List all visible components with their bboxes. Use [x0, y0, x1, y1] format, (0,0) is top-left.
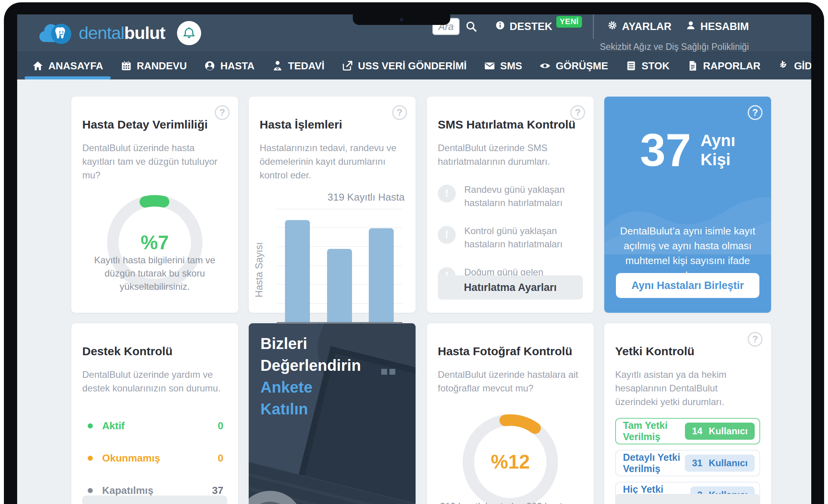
yeni-badge: YENİ — [556, 16, 582, 28]
orange-dot-icon — [88, 456, 93, 461]
ayni-hastalari-birlestir-button[interactable]: Aynı Hastaları Birleştir — [616, 273, 759, 298]
status-row-kapatilmis: Kapatılmış 37 — [88, 485, 223, 497]
destek-link[interactable]: DESTEK YENİ — [495, 20, 582, 33]
y-axis-label: Hasta Sayısı — [253, 231, 265, 308]
card-description: DentalBulut üzerinde yardım ve destek ko… — [82, 368, 227, 395]
nav-gorusme[interactable]: GÖRÜŞME — [531, 52, 616, 79]
warning-icon: ! — [438, 226, 456, 244]
user-count-badge: 14Kullanıcı — [685, 423, 755, 440]
hesabim-link[interactable]: HESABIM — [685, 20, 749, 33]
card-title: Yetki Kontrolü — [615, 345, 760, 358]
card-hasta-islemleri: ? Hasta İşlemleri Hastalarınızın tedavi,… — [249, 97, 416, 313]
nav-uss-veri-gonderimi[interactable]: USS VERİ GÖNDERİMİ — [333, 52, 475, 79]
survey-invite-text: Bizleri Değerlendirin Ankete Katılın — [260, 333, 361, 420]
card-hasta-fotograf: Hasta Fotoğraf Kontrolü DentalBulut üzer… — [427, 323, 594, 504]
duplicate-count-stat: 37 AynıKişi — [615, 129, 760, 171]
logo-wordmark: dentalbulut — [79, 23, 165, 43]
card-title: Hasta İşlemleri — [260, 118, 405, 131]
card-description: DentalBulut üzerinde hasta kayıtları tam… — [82, 141, 227, 182]
nav-tedavi[interactable]: TEDAVİ — [263, 52, 333, 79]
help-icon[interactable]: ? — [215, 105, 230, 120]
list-item: ! Kontrol günü yaklaşan hastaların hatır… — [438, 224, 583, 251]
card-hint: Kayıtlı hasta bilgilerini tam ve düzgün … — [81, 254, 228, 293]
clinic-name: Sekizbit Ağız ve Diş Sağlığı Polikliniği — [600, 42, 749, 52]
envelope-icon — [484, 60, 495, 72]
yetki-bottom-button[interactable] — [615, 494, 760, 504]
card-description: DentalBulut üzerinde hastalara ait fotoğ… — [438, 368, 583, 395]
card-sms-hatirlatma: ? SMS Hatırlatma Kontrolü DentalBulut üz… — [427, 97, 594, 313]
eye-icon — [539, 60, 551, 72]
help-icon[interactable]: ? — [748, 105, 763, 120]
card-title: Hasta Fotoğraf Kontrolü — [438, 345, 583, 358]
status-row-okunmamis: Okunmamış 0 — [88, 452, 223, 464]
webcam-dot — [400, 18, 403, 21]
share-icon — [341, 60, 353, 72]
nav-hasta[interactable]: HASTA — [195, 52, 263, 79]
nav-anasayfa[interactable]: ANASAYFA — [23, 52, 112, 79]
laptop-notch — [353, 14, 450, 25]
status-value: 37 — [212, 485, 223, 497]
list-item: ! Randevu günü yaklaşan hastaların hatır… — [438, 183, 583, 210]
total-patients-label: 319 Kayıtlı Hasta — [260, 191, 405, 203]
search-icon[interactable] — [465, 20, 478, 33]
card-anket[interactable]: Bizleri Değerlendirin Ankete Katılın — [249, 323, 416, 504]
destek-bottom-button[interactable] — [82, 495, 227, 504]
photo-score-donut: %12 — [460, 412, 560, 504]
cabinet-icon — [625, 60, 637, 72]
card-hasta-detay-verimliligi: ? Hasta Detay Verimliliği DentalBulut üz… — [71, 97, 238, 313]
doctor-icon — [272, 60, 283, 72]
header-divider — [593, 14, 594, 39]
card-title: SMS Hatırlatma Kontrolü — [438, 118, 583, 131]
status-row-aktif: Aktif 0 — [88, 420, 223, 432]
notifications-button[interactable] — [177, 21, 201, 45]
bell-icon — [182, 26, 196, 40]
logo-cloud-tooth-icon — [37, 19, 76, 47]
gear-icon — [607, 20, 618, 33]
gray-dot-icon — [88, 488, 93, 493]
home-icon — [32, 60, 44, 72]
nav-stok[interactable]: STOK — [617, 52, 678, 79]
card-description: Hastalarınızın tedavi, randevu ve ödemel… — [260, 141, 405, 182]
ayarlar-link[interactable]: AYARLAR — [607, 20, 671, 33]
bar-odeme — [327, 249, 352, 322]
dentalbulut-logo[interactable]: dentalbulut — [37, 19, 165, 47]
card-title: Hasta Detay Verimliliği — [82, 118, 227, 131]
nav-randevu[interactable]: RANDEVU — [112, 52, 196, 79]
percent-value: %12 — [460, 412, 560, 504]
user-icon — [685, 20, 696, 33]
lira-icon — [778, 60, 789, 72]
card-description: Kayıtlı asistan ya da hekim hesaplarının… — [615, 368, 760, 409]
hatirlatma-ayarlari-button[interactable]: Hatırlatma Ayarları — [438, 275, 583, 300]
dashboard: ? Hasta Detay Verimliliği DentalBulut üz… — [17, 79, 811, 504]
bar-randevu — [285, 220, 310, 322]
permission-row-detayli-yetki[interactable]: Detaylı Yetki Verilmiş 31Kullanıcı — [615, 450, 760, 476]
card-yetki-kontrolu: ? Yetki Kontrolü Kayıtlı asistan ya da h… — [604, 323, 771, 504]
card-title: Destek Kontrolü — [82, 345, 227, 358]
permission-row-tam-yetki[interactable]: Tam Yetki Verilmiş 14Kullanıcı — [615, 418, 760, 444]
patient-icon — [204, 60, 216, 72]
nav-giderler[interactable]: GİDERLER — [769, 52, 811, 79]
bar-chart: Hasta Sayısı — [277, 209, 402, 323]
user-count-badge: 31Kullanıcı — [685, 455, 755, 472]
green-dot-icon — [88, 423, 93, 428]
calendar-icon — [120, 60, 132, 72]
help-icon[interactable]: ? — [392, 105, 407, 120]
nav-sms[interactable]: SMS — [475, 52, 531, 79]
app-window: dentalbulut — [17, 14, 811, 504]
warning-icon: ! — [438, 185, 456, 203]
help-icon[interactable]: ? — [748, 332, 763, 347]
duplicate-count: 37 — [640, 129, 691, 171]
status-value: 0 — [218, 452, 223, 464]
duplicate-caption: AynıKişi — [701, 131, 735, 169]
main-nav: ANASAYFA RANDEVU HASTA TEDAVİ USS VERİ G… — [17, 52, 811, 79]
topbar-right: DESTEK YENİ AYARLAR — [432, 14, 811, 52]
bar-tedavi — [369, 228, 394, 322]
report-icon — [687, 60, 699, 72]
help-icon[interactable]: ? — [570, 105, 585, 120]
card-destek-kontrolu: Destek Kontrolü DentalBulut üzerinde yar… — [71, 323, 238, 504]
card-ayni-kisi: ? 37 AynıKişi DentalBulut’a aynı isimle … — [604, 97, 771, 313]
card-hint-partial: 319 kayıtlı hastadan 282 hastanın — [435, 501, 586, 504]
card-description: DentalBulut üzerinde SMS hatırlatmaların… — [438, 141, 583, 168]
nav-raporlar[interactable]: RAPORLAR — [678, 52, 769, 79]
info-icon — [495, 20, 506, 33]
